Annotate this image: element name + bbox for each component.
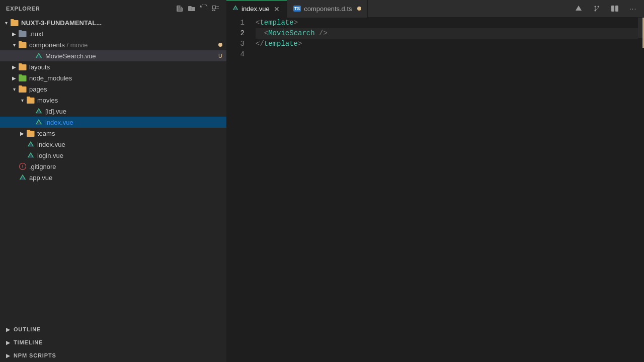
folder-icon-movies xyxy=(26,96,35,105)
folder-icon-layouts xyxy=(18,62,27,71)
token-close-bracket-1: > xyxy=(294,18,298,28)
tree-item-components[interactable]: ▾ components / movie xyxy=(0,39,226,50)
npm-scripts-label: NPM SCRIPTS xyxy=(14,352,56,358)
editor-toolbar: ··· xyxy=(572,2,644,16)
new-file-icon[interactable] xyxy=(175,4,184,13)
tree-item-gitignore[interactable]: .gitignore xyxy=(0,161,226,172)
tree-item-root[interactable]: ▾ NUXT-3-FUNDAMENTAL... xyxy=(0,17,226,28)
pages-label: pages xyxy=(29,85,222,93)
tree-item-teams[interactable]: ▶ teams xyxy=(0,128,226,139)
vue-icon-app xyxy=(18,173,27,182)
components-label: components / movie xyxy=(29,41,216,49)
index-vue-movies-label: index.vue xyxy=(45,119,222,126)
vue-icon-index-movies xyxy=(34,118,43,127)
chevron-movies: ▾ xyxy=(18,96,26,104)
chevron-teams: ▶ xyxy=(18,129,26,137)
token-close-open-3: </ xyxy=(256,39,264,49)
tree-item-nuxt[interactable]: ▶ .nuxt xyxy=(0,28,226,39)
moviesearch-badge: U xyxy=(218,53,222,59)
tree-item-id-vue[interactable]: [id].vue xyxy=(0,106,226,117)
editor-area: index.vue ✕ TS components.d.ts ··· xyxy=(226,0,644,362)
tree-item-app-vue[interactable]: app.vue xyxy=(0,172,226,183)
file-tree: ▾ NUXT-3-FUNDAMENTAL... ▶ .nuxt ▾ compon… xyxy=(0,17,226,323)
tree-item-node-modules[interactable]: ▶ node_modules xyxy=(0,72,226,83)
vue-icon-index-pages xyxy=(26,140,35,149)
sidebar: EXPLORER ▾ NUXT-3-FUNDAMENTAL... xyxy=(0,0,226,362)
tab-bar: index.vue ✕ TS components.d.ts ··· xyxy=(226,0,644,18)
tab-close-index[interactable]: ✕ xyxy=(273,5,281,13)
token-template-close: template xyxy=(264,39,298,49)
timeline-section[interactable]: ▶ TIMELINE xyxy=(0,336,226,349)
gitignore-icon xyxy=(18,162,27,171)
more-actions-icon[interactable]: ··· xyxy=(626,2,640,16)
refresh-icon[interactable] xyxy=(199,4,208,13)
new-folder-icon[interactable] xyxy=(187,4,196,13)
chevron-root: ▾ xyxy=(2,19,10,27)
editor-content[interactable]: 1 2 3 4 <template> <MovieSearch /> </tem… xyxy=(226,18,644,362)
tree-item-index-vue-pages[interactable]: index.vue xyxy=(0,139,226,150)
code-line-4 xyxy=(256,49,638,60)
tab-modified-dot xyxy=(357,7,361,11)
line-num-1: 1 xyxy=(226,18,245,28)
collapse-all-icon[interactable] xyxy=(211,4,220,13)
outline-section[interactable]: ▶ OUTLINE xyxy=(0,323,226,336)
minimap xyxy=(638,18,644,362)
movies-label: movies xyxy=(37,97,222,104)
vue-icon-moviesearch xyxy=(34,51,43,60)
moviesearch-label: MovieSearch.vue xyxy=(45,52,216,60)
tree-item-pages[interactable]: ▾ pages xyxy=(0,83,226,95)
chevron-layouts: ▶ xyxy=(10,63,18,71)
folder-icon-pages xyxy=(18,84,27,94)
nuxt-label: .nuxt xyxy=(29,30,222,38)
folder-icon-root xyxy=(10,18,19,27)
code-lines[interactable]: <template> <MovieSearch /> </template> xyxy=(251,18,638,362)
npm-scripts-chevron: ▶ xyxy=(6,353,11,358)
tab-vue-icon xyxy=(232,5,238,13)
root-label: NUXT-3-FUNDAMENTAL... xyxy=(21,19,222,27)
token-moviesearch-component: MovieSearch xyxy=(268,28,314,39)
fork-icon[interactable] xyxy=(590,2,604,16)
layout-icon[interactable] xyxy=(608,2,622,16)
gitignore-label: .gitignore xyxy=(29,163,222,170)
vue-icon-id xyxy=(34,107,43,116)
tab-index-vue-label: index.vue xyxy=(242,5,270,13)
explorer-header-icons xyxy=(175,4,220,13)
svg-rect-18 xyxy=(615,6,618,12)
chevron-pages: ▾ xyxy=(10,85,18,93)
npm-scripts-section[interactable]: ▶ NPM SCRIPTS xyxy=(0,349,226,362)
empty-line xyxy=(256,49,260,60)
tab-index-vue[interactable]: index.vue ✕ xyxy=(226,0,287,18)
svg-rect-17 xyxy=(611,6,614,12)
svg-point-16 xyxy=(598,6,599,8)
timeline-chevron: ▶ xyxy=(6,340,11,345)
chevron-nuxt: ▶ xyxy=(10,30,18,38)
line-numbers: 1 2 3 4 xyxy=(226,18,251,362)
tree-item-login-vue[interactable]: login.vue xyxy=(0,150,226,161)
mountain-icon[interactable] xyxy=(572,2,586,16)
tree-item-moviesearch[interactable]: MovieSearch.vue U xyxy=(0,50,226,61)
app-vue-label: app.vue xyxy=(29,174,222,182)
components-modified-dot xyxy=(218,43,222,47)
chevron-node-modules: ▶ xyxy=(10,74,18,82)
token-open-bracket-2: < xyxy=(264,28,268,39)
teams-label: teams xyxy=(37,130,222,137)
tree-item-layouts[interactable]: ▶ layouts xyxy=(0,61,226,72)
tree-item-index-vue-movies[interactable]: index.vue xyxy=(0,117,226,128)
token-selfclose: /> xyxy=(319,28,328,39)
svg-point-14 xyxy=(595,6,596,8)
folder-icon-node-modules xyxy=(18,73,27,82)
tab-components-dts[interactable]: TS components.d.ts xyxy=(287,0,368,18)
explorer-title: EXPLORER xyxy=(6,6,40,12)
outline-chevron: ▶ xyxy=(6,327,11,332)
folder-icon-teams xyxy=(26,129,35,138)
tree-item-movies[interactable]: ▾ movies xyxy=(0,95,226,106)
code-line-2: <MovieSearch /> xyxy=(256,28,638,39)
login-vue-label: login.vue xyxy=(37,152,222,159)
tab-ts-icon: TS xyxy=(293,6,301,12)
folder-icon-components xyxy=(18,40,27,49)
layouts-label: layouts xyxy=(29,63,222,71)
token-close-3: > xyxy=(298,39,302,49)
bottom-sections: ▶ OUTLINE ▶ TIMELINE ▶ NPM SCRIPTS xyxy=(0,323,226,362)
line-num-4: 4 xyxy=(226,49,245,60)
explorer-header: EXPLORER xyxy=(0,0,226,17)
